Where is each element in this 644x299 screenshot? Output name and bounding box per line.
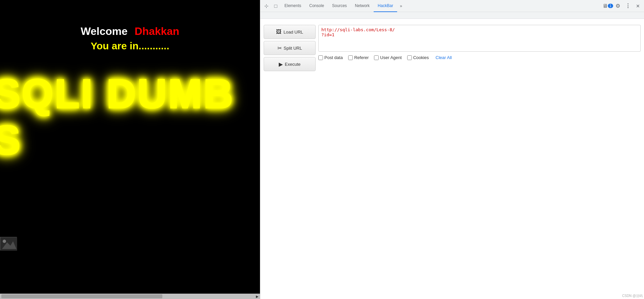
cookies-checkbox[interactable] xyxy=(407,55,412,60)
execute-button[interactable]: ▶ Execute xyxy=(264,57,316,71)
tab-hackbar[interactable]: HackBar xyxy=(374,0,397,12)
inspect-icon-btn[interactable]: □ xyxy=(271,1,280,11)
post-data-checkbox[interactable] xyxy=(318,55,323,60)
tab-elements[interactable]: Elements xyxy=(280,0,305,12)
user-agent-option[interactable]: User Agent xyxy=(374,55,401,60)
split-url-label: Split URL xyxy=(284,46,302,51)
badge-icon: 🖥 xyxy=(602,3,608,9)
inspect-icon: □ xyxy=(274,3,277,9)
clear-all-button[interactable]: Clear All xyxy=(436,55,452,60)
hackbar-content: 🖼 Load URL ✂ Split URL ▶ Execute http://… xyxy=(260,19,644,299)
gear-btn[interactable]: ⚙ xyxy=(613,1,623,11)
post-data-label: Post data xyxy=(324,55,343,60)
user-agent-label: User Agent xyxy=(380,55,401,60)
devtools-panel: ⊹ □ Elements Console Sources Network Hac… xyxy=(260,0,644,299)
post-data-option[interactable]: Post data xyxy=(318,55,343,60)
load-url-button[interactable]: 🖼 Load URL xyxy=(264,25,316,39)
scrollbar-thumb[interactable] xyxy=(1,294,162,298)
tab-console[interactable]: Console xyxy=(305,0,328,12)
close-icon: ✕ xyxy=(636,3,640,9)
you-are-in-text: You are in........... xyxy=(91,40,169,52)
welcome-label: Welcome xyxy=(80,25,127,37)
username-label: Dhakkan xyxy=(135,25,179,37)
devtools-right-icons: 🖥 1 ⚙ ⋮ ✕ xyxy=(603,1,643,11)
devtools-topbar: ⊹ □ Elements Console Sources Network Hac… xyxy=(260,0,644,12)
execute-label: Execute xyxy=(285,62,301,67)
menu-icon: ⋮ xyxy=(625,3,631,9)
split-url-button[interactable]: ✂ Split URL xyxy=(264,41,316,55)
sqli-title: SQLI DUMB S xyxy=(0,70,260,163)
execute-row: ▶ Execute xyxy=(264,57,316,71)
welcome-text: Welcome Dhakkan xyxy=(80,25,179,38)
referer-option[interactable]: Referer xyxy=(348,55,369,60)
user-agent-checkbox[interactable] xyxy=(374,55,379,60)
tab-sources[interactable]: Sources xyxy=(328,0,351,12)
referer-label: Referer xyxy=(354,55,369,60)
execute-icon: ▶ xyxy=(279,61,283,67)
menu-btn[interactable]: ⋮ xyxy=(623,1,633,11)
gear-icon: ⚙ xyxy=(615,3,620,9)
close-btn[interactable]: ✕ xyxy=(633,1,643,11)
badge-btn[interactable]: 🖥 1 xyxy=(603,1,612,11)
cookies-option[interactable]: Cookies xyxy=(407,55,429,60)
tab-network[interactable]: Network xyxy=(351,0,374,12)
svg-point-2 xyxy=(3,240,6,243)
horizontal-scrollbar[interactable]: ▶ xyxy=(0,294,260,299)
devtools-tabs: Elements Console Sources Network HackBar… xyxy=(280,0,603,12)
cursor-icon-btn[interactable]: ⊹ xyxy=(262,1,271,11)
sub-bar xyxy=(260,12,644,19)
referer-checkbox[interactable] xyxy=(348,55,353,60)
cursor-icon: ⊹ xyxy=(264,3,269,9)
webpage-panel: Welcome Dhakkan You are in........... SQ… xyxy=(0,0,260,299)
tab-more[interactable]: » xyxy=(397,4,405,8)
split-url-icon: ✂ xyxy=(277,45,282,51)
cookies-label: Cookies xyxy=(413,55,429,60)
hackbar-area: 🖼 Load URL ✂ Split URL ▶ Execute http://… xyxy=(264,22,641,74)
badge-number: 1 xyxy=(608,4,613,8)
hackbar-options: Post data Referer User Agent Cookies C xyxy=(318,55,641,60)
scrollbar-arrow-right[interactable]: ▶ xyxy=(255,294,260,299)
bottom-image xyxy=(0,237,17,250)
load-url-label: Load URL xyxy=(283,30,303,35)
load-url-icon: 🖼 xyxy=(276,29,281,35)
csdn-watermark: CSDN @活码 xyxy=(622,294,643,298)
url-textarea[interactable]: http://sqli-labs.com/Less-8/ ?id=1 xyxy=(318,25,641,52)
hackbar-url-area: http://sqli-labs.com/Less-8/ ?id=1 Post … xyxy=(318,25,641,71)
hackbar-buttons: 🖼 Load URL ✂ Split URL ▶ Execute xyxy=(264,25,316,71)
